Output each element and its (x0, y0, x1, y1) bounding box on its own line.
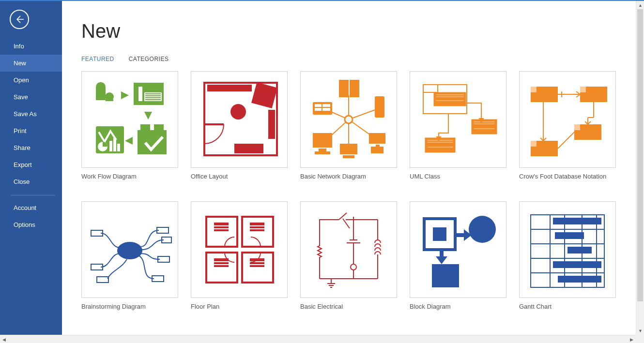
svg-point-83 (117, 242, 142, 259)
nav-close[interactable]: Close (0, 173, 62, 190)
vscroll-thumb[interactable] (637, 9, 643, 301)
gantt-icon (524, 206, 611, 293)
template-office-thumb[interactable] (191, 71, 288, 168)
floorplan-icon (196, 206, 283, 293)
svg-rect-64 (474, 128, 495, 129)
svg-point-111 (351, 264, 356, 270)
svg-rect-98 (250, 223, 264, 225)
tab-featured[interactable]: FEATURED (81, 56, 114, 62)
svg-rect-135 (555, 232, 584, 239)
svg-line-30 (349, 109, 378, 119)
svg-rect-97 (214, 229, 229, 231)
template-tabs: FEATURED CATEGORIES (81, 56, 636, 62)
scroll-down-icon[interactable]: ▼ (636, 327, 644, 335)
nav-export[interactable]: Export (0, 156, 62, 173)
template-uml-thumb[interactable] (410, 71, 506, 168)
nav-separator (11, 195, 55, 195)
template-gantt-thumb[interactable] (519, 201, 616, 298)
template-office: Office Layout (191, 71, 300, 180)
template-network-label: Basic Network Diagram (300, 173, 410, 180)
template-workflow-thumb[interactable] (81, 71, 178, 168)
template-network-thumb[interactable] (300, 71, 397, 168)
svg-marker-2 (121, 91, 129, 99)
vertical-scrollbar[interactable]: ▲ ▼ (636, 1, 644, 335)
template-floorplan-label: Floor Plan (191, 303, 300, 310)
brainstorm-icon (86, 206, 173, 293)
template-electrical-thumb[interactable] (300, 201, 397, 298)
svg-rect-90 (97, 277, 108, 283)
svg-rect-70 (580, 87, 586, 92)
template-block: Block Diagram (410, 201, 519, 310)
template-brainstorm-thumb[interactable] (81, 201, 178, 298)
svg-rect-124 (432, 264, 459, 287)
nav-share[interactable]: Share (0, 139, 62, 156)
template-crowsfoot-label: Crow's Foot Database Notation (519, 173, 629, 180)
office-layout-icon (196, 76, 283, 163)
tab-categories[interactable]: CATEGORIES (129, 56, 169, 62)
svg-rect-43 (313, 133, 332, 148)
nav-print[interactable]: Print (0, 122, 62, 139)
svg-rect-4 (138, 87, 142, 101)
scroll-up-icon[interactable]: ▲ (636, 1, 644, 9)
template-gantt-label: Gantt Chart (519, 303, 629, 310)
svg-rect-56 (436, 100, 464, 101)
uml-class-icon (414, 76, 502, 163)
svg-rect-48 (369, 133, 385, 144)
template-network: Basic Network Diagram (300, 71, 410, 180)
svg-line-82 (558, 132, 574, 149)
template-floorplan-thumb[interactable] (191, 201, 288, 298)
svg-rect-19 (154, 124, 164, 131)
nav-save[interactable]: Save (0, 89, 62, 105)
svg-rect-58 (427, 140, 453, 141)
svg-rect-52 (423, 85, 438, 92)
back-arrow-icon (15, 15, 24, 24)
svg-rect-36 (350, 80, 359, 97)
svg-rect-72 (574, 124, 580, 130)
svg-rect-134 (553, 218, 601, 224)
svg-rect-17 (138, 130, 167, 154)
nav-account[interactable]: Account (0, 199, 62, 216)
svg-rect-23 (251, 82, 277, 108)
svg-rect-7 (145, 95, 161, 96)
nav-options[interactable]: Options (0, 216, 62, 233)
svg-rect-22 (207, 85, 252, 91)
svg-point-123 (469, 216, 496, 243)
nav-new[interactable]: New (0, 55, 62, 72)
template-block-thumb[interactable] (410, 201, 506, 298)
svg-rect-8 (145, 97, 161, 98)
template-crowsfoot-thumb[interactable] (519, 71, 616, 168)
svg-rect-59 (427, 142, 453, 143)
svg-rect-27 (233, 106, 243, 110)
main-panel: New FEATURED CATEGORIES (62, 1, 636, 335)
back-button[interactable] (10, 10, 29, 29)
horizontal-scrollbar[interactable]: ◀ ▶ (0, 335, 636, 343)
svg-rect-44 (319, 149, 326, 151)
nav-save-as[interactable]: Save As (0, 105, 62, 122)
electrical-icon (305, 206, 392, 293)
svg-rect-6 (145, 93, 161, 94)
vscroll-track[interactable] (636, 9, 644, 327)
svg-rect-46 (340, 144, 357, 154)
svg-rect-99 (250, 226, 264, 228)
svg-rect-68 (531, 87, 537, 92)
nav-info[interactable]: Info (0, 38, 62, 55)
template-floorplan: Floor Plan (191, 201, 300, 310)
svg-rect-18 (140, 124, 150, 131)
template-crowsfoot: Crow's Foot Database Notation (519, 71, 629, 180)
template-uml: UML Class (410, 71, 519, 180)
svg-rect-9 (145, 99, 161, 100)
svg-rect-25 (234, 144, 263, 153)
svg-rect-137 (553, 261, 601, 268)
svg-rect-1 (106, 99, 113, 101)
workflow-icon (86, 76, 173, 163)
template-electrical-label: Basic Electrical (300, 303, 410, 310)
scroll-right-icon[interactable]: ▶ (628, 335, 636, 343)
template-office-label: Office Layout (191, 173, 300, 180)
svg-rect-62 (474, 121, 495, 122)
nav-open[interactable]: Open (0, 72, 62, 89)
scroll-left-icon[interactable]: ◀ (0, 335, 8, 343)
svg-rect-96 (214, 226, 229, 228)
svg-rect-103 (214, 265, 229, 267)
svg-rect-35 (339, 80, 349, 97)
scroll-corner (636, 335, 644, 343)
